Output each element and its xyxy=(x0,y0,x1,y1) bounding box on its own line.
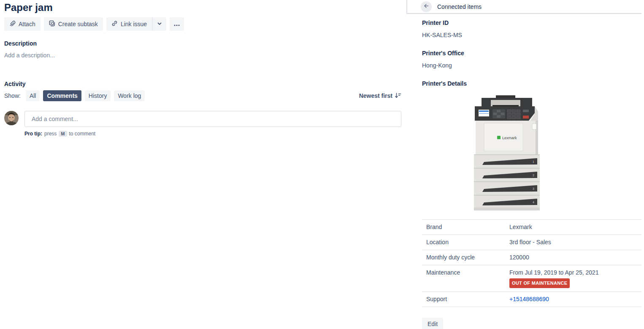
arrow-left-icon xyxy=(423,3,429,10)
printer-details-table: Brand Lexmark Location 3rd floor - Sales… xyxy=(422,219,641,307)
status-badge: OUT OF MAINTENANCE xyxy=(509,278,570,288)
connected-items-header: Connected items xyxy=(406,0,641,14)
avatar[interactable] xyxy=(4,111,19,125)
printer-details-label: Printer's Details xyxy=(422,80,641,87)
filter-history-button[interactable]: History xyxy=(85,90,111,101)
subtask-check-icon xyxy=(49,20,55,28)
description-placeholder[interactable]: Add a description... xyxy=(4,51,401,59)
show-label: Show: xyxy=(4,92,21,99)
link-issue-dropdown-button[interactable] xyxy=(152,17,166,31)
table-row-support: Support +15148688690 xyxy=(422,291,641,307)
pro-tip-press: press xyxy=(44,131,57,137)
back-button[interactable] xyxy=(421,1,432,12)
keyboard-key-m: M xyxy=(59,131,67,137)
description-label: Description xyxy=(4,40,401,47)
table-row-maintenance: Maintenance From Jul 19, 2019 to Apr 25,… xyxy=(422,265,641,291)
add-comment-row xyxy=(4,111,401,127)
page-title: Paper jam xyxy=(4,0,401,14)
tray-1-number: 1 xyxy=(533,160,534,163)
row-label: Brand xyxy=(422,223,509,231)
activity-filter-bar: Show: All Comments History Work log Newe… xyxy=(4,90,401,101)
issue-main-panel: Paper jam Attach Create subtask Link iss… xyxy=(0,0,401,137)
printer-office-label: Printer's Office xyxy=(422,49,641,57)
printer-id-label: Printer ID xyxy=(422,19,641,27)
create-subtask-button-label: Create subtask xyxy=(58,21,98,27)
printer-logo-text: Lexmark xyxy=(502,136,517,140)
row-label: Support xyxy=(422,295,509,303)
more-actions-button[interactable] xyxy=(170,17,184,31)
link-issue-button[interactable]: Link issue xyxy=(106,17,152,31)
row-label: Monthly duty cycle xyxy=(422,253,509,262)
link-icon xyxy=(111,20,118,28)
issue-toolbar: Attach Create subtask Link issue xyxy=(4,17,401,31)
activity-label: Activity xyxy=(4,80,401,88)
chevron-down-icon xyxy=(157,21,162,27)
filter-comments-button[interactable]: Comments xyxy=(43,90,81,101)
row-value: 3rd floor - Sales xyxy=(509,238,641,246)
table-row-location: Location 3rd floor - Sales xyxy=(422,235,641,250)
filter-all-button[interactable]: All xyxy=(26,90,40,101)
link-issue-split-button: Link issue xyxy=(106,17,166,31)
create-subtask-button[interactable]: Create subtask xyxy=(44,17,103,31)
link-issue-button-label: Link issue xyxy=(121,21,147,27)
connected-items-panel: Connected items Printer ID HK-SALES-MS P… xyxy=(406,0,641,329)
connected-items-title: Connected items xyxy=(437,3,482,10)
printer-id-value: HK-SALES-MS xyxy=(422,31,641,39)
tray-3-number: 3 xyxy=(533,187,534,190)
pro-tip: Pro tip: press M to comment xyxy=(24,131,401,137)
row-value: 120000 xyxy=(509,253,641,262)
maintenance-dates: From Jul 19, 2019 to Apr 25, 2021 xyxy=(509,269,641,277)
row-label: Location xyxy=(422,238,509,246)
sort-order-toggle[interactable]: Newest first xyxy=(359,92,401,100)
filter-worklog-button[interactable]: Work log xyxy=(114,90,145,101)
printer-office-value: Hong-Kong xyxy=(422,62,641,69)
paperclip-icon xyxy=(9,20,16,28)
row-value: From Jul 19, 2019 to Apr 25, 2021 OUT OF… xyxy=(509,269,641,288)
edit-button[interactable]: Edit xyxy=(422,318,443,329)
support-phone-link[interactable]: +15148688690 xyxy=(509,296,549,302)
ellipsis-icon xyxy=(174,21,180,27)
row-label: Maintenance xyxy=(422,269,509,277)
tray-4-number: 4 xyxy=(533,201,534,204)
printer-image: Lexmark 1 2 3 xyxy=(471,94,542,211)
pro-tip-prefix: Pro tip: xyxy=(24,131,42,137)
row-value: Lexmark xyxy=(509,223,641,231)
table-row-brand: Brand Lexmark xyxy=(422,219,641,235)
sort-descending-icon xyxy=(395,92,401,100)
pro-tip-suffix: to comment xyxy=(69,131,96,137)
tray-2-number: 2 xyxy=(533,174,534,177)
attach-button[interactable]: Attach xyxy=(4,17,41,31)
connected-items-content: Printer ID HK-SALES-MS Printer's Office … xyxy=(406,14,641,329)
comment-input[interactable] xyxy=(24,111,401,127)
sort-order-label: Newest first xyxy=(359,92,392,99)
attach-button-label: Attach xyxy=(19,21,35,27)
table-row-duty-cycle: Monthly duty cycle 120000 xyxy=(422,250,641,265)
